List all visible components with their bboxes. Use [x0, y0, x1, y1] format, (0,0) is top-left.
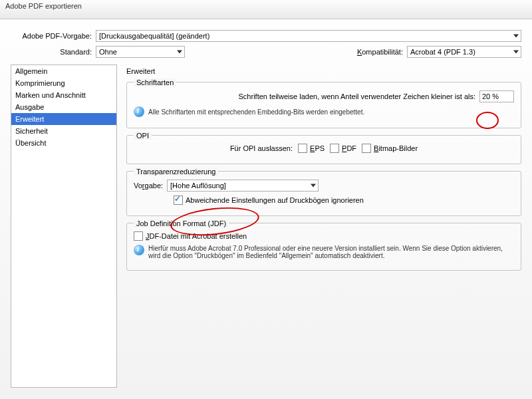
trans-override-checkbox[interactable]: Abweichende Einstellungen auf Druckbögen…	[174, 196, 364, 205]
trans-override-row: Abweichende Einstellungen auf Druckbögen…	[174, 196, 514, 205]
sidebar-item-marken[interactable]: Marken und Anschnitt	[11, 89, 116, 101]
subset-label: Schriften teilweise laden, wenn Anteil v…	[239, 92, 475, 100]
checkbox-icon	[362, 144, 371, 153]
info-icon	[134, 245, 144, 255]
opi-row: Für OPI auslassen: EPS PDF	[134, 144, 514, 153]
opi-eps-checkbox[interactable]: EPS	[298, 144, 325, 153]
sidebar-item-ausgabe[interactable]: Ausgabe	[11, 101, 116, 113]
fonts-note: Alle Schriftarten mit entsprechenden Emb…	[148, 108, 364, 116]
fonts-note-row: Alle Schriftarten mit entsprechenden Emb…	[134, 106, 514, 117]
sidebar-item-allgemein[interactable]: Allgemein	[11, 65, 116, 77]
panel-erweitert: Erweitert Schriftarten Schriften teilwei…	[117, 65, 521, 388]
subset-row: Schriften teilweise laden, wenn Anteil v…	[134, 90, 514, 102]
standard-label: Standard:	[11, 48, 96, 56]
subset-percent-input[interactable]: 20 %	[479, 90, 514, 102]
sidebar-item-sicherheit[interactable]: Sicherheit	[11, 125, 116, 137]
chevron-down-icon	[513, 51, 519, 54]
dialog-content: Adobe PDF-Vorgabe: [Druckausgabequalität…	[0, 19, 532, 393]
trans-preset-row: Vorgabe: [Hohe Auflösung]	[134, 180, 514, 192]
group-jdf: Job Definition Format (JDF) JDF-Datei mi…	[126, 223, 521, 271]
opi-omit-label: Für OPI auslassen:	[230, 144, 293, 152]
group-fonts-title: Schriftarten	[134, 78, 176, 86]
trans-preset-combo[interactable]: [Hohe Auflösung]	[167, 180, 319, 192]
trans-preset-value: [Hohe Auflösung]	[170, 182, 226, 190]
standard-value: Ohne	[99, 48, 117, 56]
group-transparency: Transparenzreduzierung Vorgabe: [Hohe Au…	[126, 171, 521, 216]
sidebar-item-uebersicht[interactable]: Übersicht	[11, 137, 116, 149]
chevron-down-icon	[311, 184, 316, 188]
compat-combo[interactable]: Acrobat 4 (PDF 1.3)	[407, 46, 521, 58]
trans-preset-label: Vorgabe:	[134, 182, 163, 190]
group-transparency-title: Transparenzreduzierung	[134, 168, 218, 176]
sidebar: Allgemein Komprimierung Marken und Ansch…	[11, 65, 117, 388]
preset-label: Adobe PDF-Vorgabe:	[11, 32, 96, 40]
jdf-create-row: JDF-Datei mit Acrobat erstellen	[134, 231, 514, 241]
preset-row: Adobe PDF-Vorgabe: [Druckausgabequalität…	[11, 30, 521, 42]
jdf-note: Hierfür muss Adobe Acrobat 7.0 Professio…	[148, 245, 514, 259]
opi-pdf-checkbox[interactable]: PDF	[330, 144, 356, 153]
chevron-down-icon	[513, 35, 519, 38]
window-title: Adobe PDF exportieren	[5, 2, 82, 10]
sidebar-item-komprimierung[interactable]: Komprimierung	[11, 77, 116, 89]
export-pdf-dialog: Adobe PDF exportieren Adobe PDF-Vorgabe:…	[0, 0, 532, 399]
checkbox-checked-icon	[174, 196, 183, 205]
group-jdf-title: Job Definition Format (JDF)	[134, 219, 229, 227]
preset-value: [Druckausgabequalität] (geändert)	[99, 32, 209, 40]
checkbox-icon	[298, 144, 307, 153]
checkbox-icon	[330, 144, 339, 153]
compat-label: Kompatibilität:	[185, 48, 407, 56]
sidebar-item-erweitert[interactable]: Erweitert	[11, 113, 116, 125]
standard-compat-row: Standard: Ohne Kompatibilität: Acrobat 4…	[11, 46, 521, 58]
standard-combo[interactable]: Ohne	[96, 46, 185, 58]
group-opi: OPI Für OPI auslassen: EPS PDF	[126, 135, 521, 164]
titlebar: Adobe PDF exportieren	[0, 0, 532, 19]
compat-value: Acrobat 4 (PDF 1.3)	[410, 48, 475, 56]
info-icon	[134, 106, 144, 117]
checkbox-icon	[134, 231, 143, 241]
jdf-note-row: Hierfür muss Adobe Acrobat 7.0 Professio…	[134, 245, 514, 259]
panel-heading: Erweitert	[126, 67, 521, 75]
chevron-down-icon	[177, 51, 182, 54]
jdf-create-checkbox[interactable]: JDF-Datei mit Acrobat erstellen	[134, 231, 247, 241]
opi-bitmap-checkbox[interactable]: Bitmap-Bilder	[362, 144, 418, 153]
body-split: Allgemein Komprimierung Marken und Ansch…	[11, 65, 521, 388]
group-opi-title: OPI	[134, 132, 152, 140]
group-fonts: Schriftarten Schriften teilweise laden, …	[126, 82, 521, 128]
preset-combo[interactable]: [Druckausgabequalität] (geändert)	[96, 30, 521, 42]
